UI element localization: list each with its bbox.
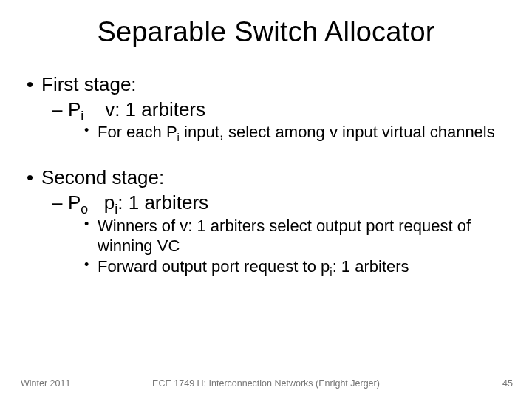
footer-right: 45 (502, 378, 513, 389)
slide-title: Separable Switch Allocator (0, 0, 532, 48)
text: input, select among v input virtual chan… (180, 123, 495, 141)
text: : 1 arbiters (117, 191, 208, 214)
text: p (88, 191, 115, 214)
text: P (68, 98, 81, 120)
text: : 1 arbiters (332, 257, 409, 276)
spacer (25, 144, 507, 162)
footer-center: ECE 1749 H: Interconnection Networks (En… (0, 378, 532, 389)
slide-body: First stage: Pi v: 1 arbiters For each P… (0, 48, 532, 277)
bullet-forward: Forward output port request to pi: 1 arb… (25, 257, 507, 277)
subscript: o (81, 202, 88, 216)
bullet-first-stage: First stage: (25, 73, 507, 97)
text: For each P (98, 123, 177, 141)
bullet-po-arbiters: Po pi: 1 arbiters (25, 191, 507, 215)
bullet-pi-arbiters: Pi v: 1 arbiters (25, 98, 507, 122)
text: v: 1 arbiters (83, 98, 205, 120)
bullet-second-stage: Second stage: (25, 166, 507, 190)
slide: Separable Switch Allocator First stage: … (0, 0, 532, 399)
bullet-winners: Winners of v: 1 arbiters select output p… (25, 216, 507, 256)
text: P (68, 191, 81, 214)
bullet-for-each-pi: For each Pi input, select among v input … (25, 123, 507, 143)
text: Forward output port request to p (98, 257, 330, 276)
